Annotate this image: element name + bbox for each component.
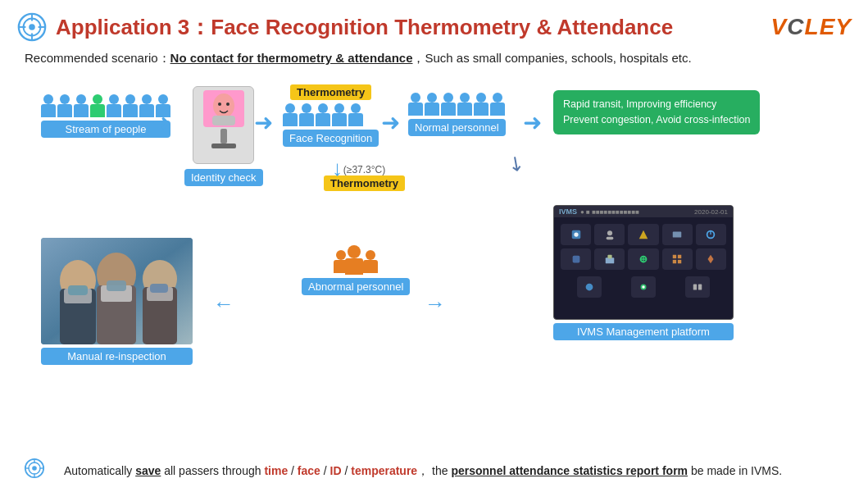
- diagonal-arrow: ↘: [503, 149, 529, 177]
- person-icon: [457, 93, 472, 116]
- svg-point-45: [642, 285, 645, 289]
- ivms-date: 2020-02-01: [694, 208, 728, 216]
- ivms-titlebar: IVMS ● ■ ■■■■■■■■■■■■ 2020-02-01: [554, 206, 733, 217]
- arrow-3: ➜: [381, 109, 400, 136]
- green-line1: Rapid transit, Improving efficiency: [563, 97, 750, 112]
- svg-rect-10: [212, 116, 235, 125]
- ivms-cell: [561, 248, 591, 270]
- device-base: [211, 144, 236, 148]
- svg-rect-29: [673, 232, 682, 238]
- svg-rect-22: [107, 280, 126, 291]
- down-arrow-thermo: ↓: [332, 156, 343, 181]
- svg-rect-32: [572, 256, 579, 263]
- ivms-cell: [696, 248, 726, 270]
- page: Application 3：Face Recognition Thermomet…: [0, 0, 868, 483]
- face-recognition-group: Thermometry Face Recognition: [283, 84, 379, 147]
- content-area: Stream of people ➜: [16, 78, 852, 480]
- svg-rect-47: [698, 285, 702, 290]
- ivms-cell: [662, 224, 693, 245]
- identity-check-group: Identity check: [184, 86, 263, 186]
- arrow-2: ➜: [254, 109, 273, 136]
- svg-point-25: [574, 232, 578, 236]
- person-icon: [441, 93, 456, 116]
- svg-rect-27: [606, 237, 613, 240]
- identity-label: Identity check: [184, 169, 263, 186]
- svg-point-43: [586, 284, 593, 291]
- ivms-cell: [696, 224, 726, 245]
- svg-rect-40: [673, 260, 676, 263]
- abnormal-person-icon-2: [345, 245, 363, 275]
- ivms-icon: [638, 281, 649, 293]
- svg-rect-34: [607, 255, 611, 258]
- svg-rect-41: [678, 260, 681, 263]
- header-left: Application 3：Face Recognition Thermomet…: [16, 11, 673, 43]
- temp-label: (≥37.3°C): [343, 164, 385, 175]
- face-icon: [208, 93, 239, 125]
- person-icon: [408, 93, 423, 116]
- green-box-content: Rapid transit, Improving efficiency Prev…: [553, 90, 760, 134]
- scenario-highlight: No contact for thermometry & attendance: [170, 51, 413, 65]
- person-icon: [283, 103, 298, 126]
- svg-point-26: [607, 230, 612, 235]
- ivms-icon: [705, 229, 716, 240]
- ivms-cell: [594, 224, 625, 245]
- ivms-group: IVMS ● ■ ■■■■■■■■■■■■ 2020-02-01: [553, 205, 734, 340]
- ivms-icon-grid: [554, 217, 733, 276]
- ivms-icon: [638, 253, 649, 265]
- person-icon: [90, 94, 105, 117]
- logo-c: C: [787, 14, 804, 39]
- ivms-icon: [604, 253, 616, 265]
- normal-label: Normal personnel: [408, 119, 506, 136]
- logo-ley: LEY: [805, 14, 852, 39]
- ivms-icon: [692, 281, 703, 293]
- ivms-icon: [570, 253, 582, 265]
- ivms-label: IVMS Management platform: [553, 323, 734, 340]
- person-icon: [474, 93, 489, 116]
- ivms-display: IVMS ● ■ ■■■■■■■■■■■■ 2020-02-01: [553, 205, 734, 320]
- ivms-subtitle: ● ■ ■■■■■■■■■■■■: [580, 208, 639, 216]
- logo-v: V: [771, 14, 788, 39]
- ivms-bottom-cell: [577, 276, 602, 298]
- arrow-1: ➜: [152, 109, 170, 136]
- svg-point-7: [213, 93, 234, 118]
- ivms-bottom-row: [554, 276, 733, 303]
- abnormal-group: Abnormal personnel: [302, 250, 410, 295]
- ivms-icon: [705, 253, 716, 265]
- header-title: Application 3：Face Recognition Thermomet…: [56, 13, 673, 42]
- abnormal-label: Abnormal personnel: [302, 278, 410, 295]
- device-stand: [220, 129, 227, 144]
- svg-rect-46: [693, 285, 697, 290]
- logo: VCLEY: [771, 14, 852, 40]
- ivms-cell: [561, 224, 591, 245]
- scenario-line: Recommended scenario：No contact for ther…: [25, 51, 852, 66]
- person-icon: [41, 94, 56, 117]
- ivms-icon: [604, 229, 616, 240]
- svg-marker-42: [708, 255, 714, 264]
- ivms-icon: [584, 281, 595, 293]
- ivms-icon: [671, 253, 683, 265]
- abnormal-person-icon-3: [363, 250, 378, 275]
- ivms-cell: [662, 248, 693, 270]
- person-icon: [57, 94, 72, 117]
- normal-group: Normal personnel: [408, 93, 506, 136]
- svg-point-8: [218, 103, 221, 106]
- ivms-bottom-cell: [631, 276, 656, 298]
- svg-rect-38: [673, 255, 676, 258]
- green-result-box: Rapid transit, Improving efficiency Prev…: [553, 90, 760, 134]
- svg-rect-33: [606, 257, 615, 263]
- ivms-icon: [570, 229, 582, 240]
- person-icon: [332, 103, 347, 126]
- person-icon: [299, 103, 314, 126]
- device-screen: [203, 90, 244, 127]
- right-arrow-ivms: →: [425, 291, 446, 317]
- svg-point-2: [29, 24, 35, 30]
- person-icon: [107, 94, 121, 117]
- ivms-bottom-cell: [685, 276, 710, 298]
- ivms-cell: [594, 248, 625, 270]
- person-icon: [425, 93, 439, 116]
- face-recognition-label: Face Recognition: [283, 130, 379, 147]
- ivms-icon: [638, 229, 649, 240]
- person-icon: [348, 103, 363, 126]
- svg-rect-21: [68, 285, 88, 295]
- person-icon: [123, 94, 138, 117]
